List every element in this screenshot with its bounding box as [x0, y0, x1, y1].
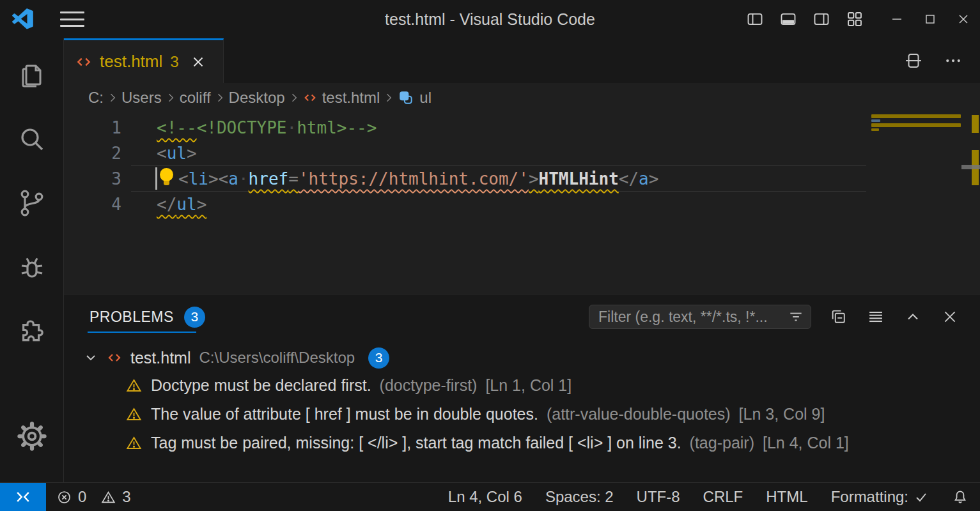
problem-message: Doctype must be declared first.	[151, 376, 371, 395]
vscode-logo-icon	[12, 8, 33, 30]
error-icon	[56, 489, 72, 505]
window-title: test.html - Visual Studio Code	[385, 0, 595, 38]
minimap-line	[871, 128, 879, 131]
code-token: >	[529, 169, 539, 188]
tab-close-icon[interactable]	[191, 54, 206, 70]
chevron-right-icon	[106, 91, 119, 104]
run-debug-icon[interactable]	[0, 235, 64, 299]
problems-filter-input[interactable]: Filter (e.g. text, **/*.ts, !*...	[589, 305, 811, 329]
code-line[interactable]: 3<li><a·href='https://htmlhint.com/'>HTM…	[64, 166, 980, 192]
file-problems-badge: 3	[368, 347, 389, 369]
window-minimize-icon[interactable]	[880, 0, 914, 38]
warning-icon	[125, 434, 143, 452]
problems-count-badge: 3	[184, 307, 205, 328]
problems-list: Doctype must be declared first.(doctype-…	[64, 371, 980, 457]
search-icon[interactable]	[0, 107, 64, 171]
breadcrumb-item-coliff[interactable]: coliff	[180, 89, 211, 107]
line-content: <li><a·href='https://htmlhint.com/'>HTML…	[121, 166, 658, 192]
code-token: <!DOCTYPE	[197, 118, 287, 137]
problem-message: Tag must be paired, missing: [ </li> ], …	[151, 434, 681, 452]
code-line[interactable]: 2<ul>	[64, 141, 980, 166]
indentation-status[interactable]: Spaces: 2	[545, 488, 614, 506]
warning-count: 3	[122, 488, 130, 506]
code-token: ><	[208, 169, 228, 188]
problems-panel: PROBLEMS 3 Filter (e.g. text, **/*.ts, !…	[64, 294, 980, 482]
settings-gear-icon[interactable]	[0, 404, 64, 468]
toggle-primary-sidebar-icon[interactable]	[738, 0, 772, 38]
toggle-panel-icon[interactable]	[772, 0, 805, 38]
code-editor[interactable]: 1<!--<!DOCTYPE·html>-->2<ul>3<li><a·href…	[64, 112, 980, 294]
html-file-icon	[75, 54, 92, 70]
problem-row[interactable]: Tag must be paired, missing: [ </li> ], …	[64, 429, 980, 457]
html-file-icon	[107, 350, 122, 365]
code-token: a	[639, 169, 649, 188]
problem-position: [Ln 4, Col 1]	[763, 434, 849, 452]
eol-status[interactable]: CRLF	[703, 488, 743, 506]
source-control-icon[interactable]	[0, 171, 64, 235]
line-number: 2	[64, 141, 121, 166]
code-token: </	[619, 169, 639, 188]
title-bar: test.html - Visual Studio Code	[0, 0, 980, 38]
code-line[interactable]: 1<!--<!DOCTYPE·html>-->	[64, 115, 980, 141]
lightbulb-icon[interactable]	[157, 168, 178, 187]
code-token: href	[249, 169, 289, 188]
code-token: ul	[167, 144, 187, 163]
problems-tree: test.html C:\Users\coliff\Desktop 3 Doct…	[64, 339, 980, 457]
breadcrumb-item-file[interactable]: test.html	[303, 89, 380, 107]
window-maximize-icon[interactable]	[914, 0, 947, 38]
code-token: 'https://htmlhint.com/'	[299, 169, 529, 188]
notifications-bell-icon[interactable]	[952, 489, 968, 505]
problem-row[interactable]: Doctype must be declared first.(doctype-…	[64, 371, 980, 400]
code-line[interactable]: 4</ul>	[64, 192, 980, 217]
remote-indicator[interactable]	[0, 483, 46, 511]
breadcrumb-item-drive[interactable]: C:	[88, 89, 104, 107]
toggle-secondary-sidebar-icon[interactable]	[805, 0, 838, 38]
customize-layout-icon[interactable]	[838, 0, 871, 38]
collapse-all-icon[interactable]	[829, 307, 848, 326]
overview-ruler	[970, 112, 980, 294]
status-bar: 0 3 Ln 4, Col 6 Spaces: 2 UTF-8 CRLF HTM…	[0, 482, 980, 511]
line-content: <ul>	[121, 141, 197, 166]
breadcrumb-item-users[interactable]: Users	[121, 89, 162, 107]
language-mode-status[interactable]: HTML	[766, 488, 807, 506]
breadcrumb-item-desktop[interactable]: Desktop	[229, 89, 285, 107]
explorer-icon[interactable]	[0, 43, 64, 107]
maximize-panel-icon[interactable]	[903, 307, 922, 326]
code-token: li	[189, 169, 208, 188]
code-token: =	[288, 169, 299, 188]
view-as-list-icon[interactable]	[866, 307, 885, 326]
code-token: html>-->	[297, 118, 377, 137]
formatting-status[interactable]: Formatting:	[831, 488, 929, 506]
more-actions-icon[interactable]	[940, 48, 966, 73]
problems-status[interactable]: 0 3	[56, 488, 131, 506]
line-content: <!--<!DOCTYPE·html>-->	[121, 115, 377, 141]
warning-mark	[972, 115, 979, 133]
breadcrumb-item-symbol-ul[interactable]: ul	[398, 89, 432, 107]
panel-header: PROBLEMS 3 Filter (e.g. text, **/*.ts, !…	[64, 294, 980, 339]
filter-icon[interactable]	[788, 309, 804, 325]
problem-position: [Ln 1, Col 1]	[485, 376, 572, 395]
problems-file-row[interactable]: test.html C:\Users\coliff\Desktop 3	[64, 344, 980, 371]
extensions-icon[interactable]	[0, 299, 64, 363]
code-token: ·	[238, 169, 249, 188]
code-token: <	[157, 144, 167, 163]
chevron-right-icon	[214, 91, 226, 104]
tab-problems[interactable]: PROBLEMS 3	[89, 307, 205, 328]
tab-bar: test.html 3	[64, 38, 980, 83]
active-tab-underline	[88, 332, 196, 333]
split-editor-icon[interactable]	[901, 48, 926, 73]
close-panel-icon[interactable]	[940, 307, 960, 326]
filter-placeholder: Filter (e.g. text, **/*.ts, !*...	[598, 309, 788, 326]
menu-hamburger-icon[interactable]	[60, 11, 84, 27]
window-close-icon[interactable]	[947, 0, 980, 38]
encoding-status[interactable]: UTF-8	[637, 488, 680, 506]
minimap-line	[871, 114, 961, 118]
minimap[interactable]	[871, 114, 961, 131]
tab-test-html[interactable]: test.html 3	[64, 38, 224, 83]
chevron-down-icon[interactable]	[83, 350, 98, 365]
code-token: >	[197, 195, 207, 214]
problems-file-name: test.html	[130, 349, 191, 367]
problem-row[interactable]: The value of attribute [ href ] must be …	[64, 400, 980, 429]
code-token: a	[228, 169, 238, 188]
cursor-position-status[interactable]: Ln 4, Col 6	[448, 488, 522, 506]
